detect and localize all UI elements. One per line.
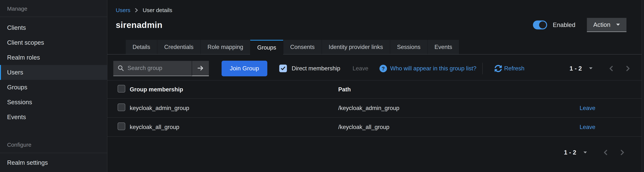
toolbar-divider <box>482 63 482 74</box>
search-icon <box>118 65 124 72</box>
sidebar-item-groups[interactable]: Groups <box>0 80 107 95</box>
column-header-actions <box>580 81 642 99</box>
action-label: Action <box>593 21 610 28</box>
join-group-button[interactable]: Join Group <box>222 61 267 76</box>
tab-consents[interactable]: Consents <box>283 40 322 54</box>
row-leave-link[interactable]: Leave <box>580 124 595 130</box>
row-leave-link[interactable]: Leave <box>580 105 595 111</box>
toggle-knob <box>539 21 546 28</box>
search-submit-button[interactable] <box>192 61 209 76</box>
refresh-label: Refresh <box>504 65 524 72</box>
pagination-range: 1 - 2 <box>570 65 582 72</box>
group-path-cell: /keycloak_all_group <box>338 118 580 137</box>
column-header-path: Path <box>338 81 580 99</box>
search-field <box>113 61 192 76</box>
sidebar-item-realm-settings[interactable]: Realm settings <box>0 155 107 170</box>
sidebar-item-users[interactable]: Users <box>0 65 107 80</box>
scrollbar[interactable] <box>642 0 644 172</box>
search-input[interactable] <box>128 65 185 72</box>
tab-events[interactable]: Events <box>428 40 460 54</box>
pagination-options-caret-icon[interactable] <box>583 151 587 154</box>
action-dropdown-button[interactable]: Action <box>587 18 626 32</box>
direct-membership-label: Direct membership <box>292 65 340 72</box>
refresh-icon <box>494 65 502 72</box>
breadcrumb: Users User details <box>107 0 642 13</box>
enabled-toggle[interactable] <box>533 20 547 29</box>
pagination-range: 1 - 2 <box>564 149 576 156</box>
arrow-right-icon <box>197 65 204 72</box>
enabled-label: Enabled <box>553 21 575 28</box>
group-membership-table: Group membership Path keycloak_admin_gro… <box>107 80 642 137</box>
tab-sessions[interactable]: Sessions <box>390 40 428 54</box>
table-row: keycloak_all_group /keycloak_all_group L… <box>107 118 642 137</box>
group-name-cell: keycloak_admin_group <box>130 99 338 118</box>
sidebar-section-manage: Manage <box>0 0 107 17</box>
sidebar: Manage Clients Client scopes Realm roles… <box>0 0 107 172</box>
sidebar-item-sessions[interactable]: Sessions <box>0 95 107 110</box>
column-header-group-membership: Group membership <box>130 81 338 99</box>
pagination-options-caret-icon[interactable] <box>589 67 593 70</box>
tab-identity-provider-links[interactable]: Identity provider links <box>322 40 390 54</box>
pagination-top: 1 - 2 <box>570 65 630 72</box>
group-list-help-link[interactable]: ? Who will appear in this group list? <box>379 64 476 73</box>
page-header: sirenadmin Enabled Action <box>107 18 642 32</box>
sidebar-item-client-scopes[interactable]: Client scopes <box>0 35 107 50</box>
group-path-cell: /keycloak_admin_group <box>338 99 580 118</box>
chevron-down-icon <box>616 23 620 26</box>
table-row: keycloak_admin_group /keycloak_admin_gro… <box>107 99 642 118</box>
tab-role-mapping[interactable]: Role mapping <box>200 40 250 54</box>
main-content: Users User details sirenadmin Enabled Ac… <box>107 0 642 172</box>
sidebar-item-realm-roles[interactable]: Realm roles <box>0 50 107 65</box>
question-circle-icon: ? <box>379 64 387 73</box>
leave-button-disabled[interactable]: Leave <box>352 65 368 72</box>
row-checkbox[interactable] <box>118 103 125 111</box>
tab-credentials[interactable]: Credentials <box>157 40 200 54</box>
sidebar-configure-list: Realm settings <box>0 153 107 170</box>
group-name-cell: keycloak_all_group <box>130 118 338 137</box>
help-link-label: Who will appear in this group list? <box>390 65 476 72</box>
breadcrumb-chevron-icon <box>134 7 138 13</box>
tab-groups[interactable]: Groups <box>250 40 283 55</box>
tab-details[interactable]: Details <box>126 40 157 54</box>
pagination-prev-button[interactable] <box>609 65 614 72</box>
groups-toolbar: Join Group Direct membership Leave ? Who… <box>113 61 630 76</box>
sidebar-manage-list: Clients Client scopes Realm roles Users … <box>0 17 107 125</box>
select-all-checkbox[interactable] <box>118 85 125 92</box>
direct-membership-control: Direct membership <box>279 65 340 72</box>
pagination-next-button[interactable] <box>620 149 625 156</box>
search-group-control <box>113 61 209 76</box>
pagination-bottom: 1 - 2 <box>107 149 642 156</box>
table-header-row: Group membership Path <box>107 81 642 99</box>
breadcrumb-current: User details <box>142 7 172 13</box>
svg-text:?: ? <box>382 66 385 71</box>
page-title: sirenadmin <box>116 20 162 30</box>
sidebar-item-events[interactable]: Events <box>0 110 107 125</box>
direct-membership-checkbox[interactable] <box>279 65 287 72</box>
tab-bar: Details Credentials Role mapping Groups … <box>107 40 642 55</box>
pagination-next-button[interactable] <box>626 65 630 72</box>
sidebar-item-clients[interactable]: Clients <box>0 20 107 35</box>
sidebar-section-configure: Configure <box>0 136 107 153</box>
breadcrumb-users-link[interactable]: Users <box>116 7 130 13</box>
row-checkbox[interactable] <box>118 122 125 130</box>
check-icon <box>280 66 286 71</box>
header-controls: Enabled Action <box>533 18 626 32</box>
refresh-link[interactable]: Refresh <box>494 65 524 72</box>
pagination-prev-button[interactable] <box>603 149 608 156</box>
